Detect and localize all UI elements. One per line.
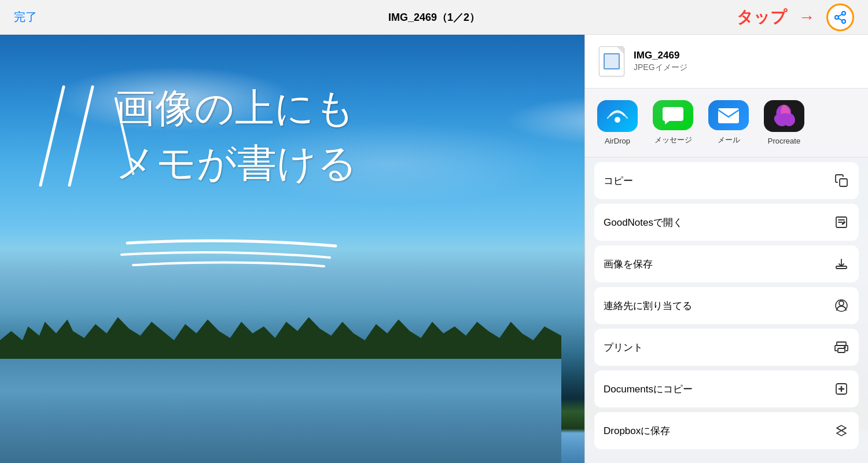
- tap-arrow-icon: →: [799, 8, 815, 27]
- airdrop-svg: [605, 104, 630, 129]
- assign-contact-icon: [833, 297, 849, 314]
- tap-instruction-label: タップ: [737, 6, 787, 28]
- documents-icon: [833, 381, 849, 397]
- svg-rect-7: [837, 342, 846, 346]
- goodnotes-label: GoodNotesで開く: [604, 216, 683, 229]
- done-button[interactable]: 完了: [14, 9, 37, 25]
- share-panel: IMG_2469 JPEGイメージ AirDrop メッセージ: [584, 35, 868, 463]
- image-text-line2: メモが書ける: [116, 136, 567, 191]
- share-button[interactable]: [826, 3, 854, 31]
- save-image-icon: [833, 256, 849, 272]
- dropbox-icon: [833, 422, 849, 439]
- procreate-label: Procreate: [768, 137, 800, 145]
- airdrop-label: AirDrop: [605, 137, 630, 145]
- file-details: IMG_2469 JPEGイメージ: [634, 50, 687, 73]
- mail-icon: [708, 100, 749, 130]
- file-icon-inner: [604, 53, 620, 69]
- svg-rect-2: [840, 179, 847, 186]
- menu-item-save-dropbox[interactable]: Dropboxに保存: [594, 412, 859, 449]
- image-text-overlay: 画像の上にも メモが書ける: [116, 81, 567, 191]
- header-right-group: タップ →: [737, 3, 854, 31]
- menu-item-save-image[interactable]: 画像を保存: [594, 245, 859, 282]
- menu-items-container: コピー GoodNotesで開く 画像を保存: [585, 157, 868, 463]
- svg-point-9: [844, 347, 845, 348]
- messages-svg: [660, 102, 686, 128]
- mail-label: メール: [718, 135, 740, 145]
- file-type-label: JPEGイメージ: [634, 63, 687, 73]
- menu-item-assign-contact[interactable]: 連絡先に割り当てる: [594, 287, 859, 324]
- dropbox-svg: [834, 424, 848, 438]
- app-item-messages[interactable]: メッセージ: [650, 100, 696, 145]
- file-info-section: IMG_2469 JPEGイメージ: [585, 35, 868, 89]
- image-text-line1: 画像の上にも: [116, 81, 567, 136]
- water-reflection: [0, 359, 561, 463]
- page-title: IMG_2469（1／2）: [388, 10, 480, 24]
- menu-item-print[interactable]: プリント: [594, 329, 859, 366]
- copy-documents-label: Documentsにコピー: [604, 383, 693, 396]
- share-apps-row: AirDrop メッセージ メール: [585, 89, 868, 157]
- underline-strokes: [116, 232, 405, 278]
- goodnotes-icon: [833, 214, 849, 230]
- procreate-icon: [764, 100, 804, 132]
- messages-icon: [653, 100, 693, 130]
- print-label: プリント: [604, 341, 643, 354]
- file-icon: [599, 46, 624, 76]
- save-dropbox-label: Dropboxに保存: [604, 424, 670, 438]
- svg-rect-4: [836, 266, 847, 269]
- svg-point-5: [839, 301, 844, 306]
- assign-contact-label: 連絡先に割り当てる: [604, 299, 692, 313]
- app-item-mail[interactable]: メール: [705, 100, 752, 145]
- airdrop-icon: [597, 100, 638, 132]
- copy-icon: [833, 172, 849, 189]
- save-image-label: 画像を保存: [604, 258, 653, 271]
- menu-item-copy[interactable]: コピー: [594, 162, 859, 199]
- app-item-airdrop[interactable]: AirDrop: [594, 100, 641, 145]
- svg-rect-8: [838, 348, 845, 352]
- menu-item-goodnotes[interactable]: GoodNotesで開く: [594, 204, 859, 241]
- svg-rect-1: [718, 108, 739, 123]
- share-icon: [833, 10, 847, 24]
- svg-point-0: [615, 117, 620, 123]
- messages-label: メッセージ: [654, 135, 692, 145]
- file-name-label: IMG_2469: [634, 50, 687, 61]
- copy-label: コピー: [604, 174, 633, 188]
- procreate-svg: [770, 102, 799, 131]
- menu-item-copy-documents[interactable]: Documentsにコピー: [594, 370, 859, 407]
- app-item-procreate[interactable]: Procreate: [761, 100, 807, 145]
- print-icon: [833, 339, 849, 355]
- mail-svg: [716, 102, 741, 128]
- header-bar: 完了 IMG_2469（1／2） タップ →: [0, 0, 868, 35]
